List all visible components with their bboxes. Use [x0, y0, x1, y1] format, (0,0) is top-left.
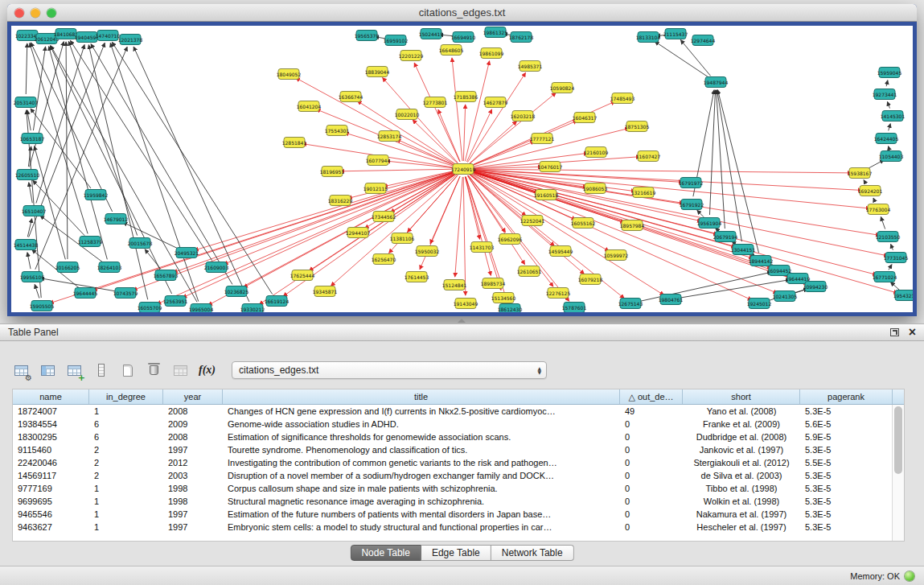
function-builder-button[interactable]: f(x) [195, 360, 219, 381]
delete-columns-button[interactable] [89, 360, 113, 381]
splitter-handle[interactable] [452, 317, 471, 323]
graph-node[interactable]: 16619124 [265, 296, 290, 307]
graph-node[interactable]: 16924201 [858, 186, 883, 196]
graph-node[interactable]: 18612430 [498, 304, 523, 313]
table-row[interactable]: 1830029562008Estimation of significance … [13, 431, 904, 443]
minimize-window-button[interactable] [31, 8, 40, 18]
column-header-year[interactable]: year [163, 389, 223, 404]
graph-node[interactable]: 12773801 [423, 97, 448, 108]
graph-node[interactable]: 12021378 [118, 35, 143, 45]
graph-node[interactable]: 12276125 [546, 288, 571, 299]
graph-node[interactable]: 17625444 [290, 270, 315, 281]
table-mode-button[interactable]: ⚙ [10, 360, 33, 381]
column-header-title[interactable]: title [223, 389, 620, 404]
graph-node[interactable]: 18957984 [620, 220, 645, 231]
column-header-in_degree[interactable]: in_degree [89, 389, 163, 404]
table-row[interactable]: 969969511998Structural magnetic resonanc… [13, 495, 904, 508]
column-header-pagerank[interactable]: pagerank [800, 389, 893, 404]
graph-node[interactable]: 12103550 [876, 232, 901, 242]
table-row[interactable]: 1872400712008Changes of HCN gene express… [13, 405, 904, 418]
graph-node[interactable]: 10590824 [550, 83, 575, 93]
graph-node[interactable]: 20166205 [55, 262, 80, 273]
graph-node[interactable]: 16771024 [873, 272, 897, 282]
graph-node[interactable]: 16424405 [874, 134, 899, 144]
graph-node[interactable]: 18839044 [365, 67, 390, 77]
graph-node[interactable]: 16055709 [138, 303, 162, 313]
graph-node[interactable]: 11959842 [84, 190, 109, 200]
graph-node[interactable]: 15959045 [877, 68, 902, 78]
tab-edge-table[interactable]: Edge Table [421, 545, 491, 561]
graph-node[interactable]: 21115437 [663, 29, 688, 39]
column-header-out_de[interactable]: △ out_de… [620, 389, 683, 404]
graph-node[interactable]: 14627879 [483, 97, 508, 108]
graph-node[interactable]: 15787601 [562, 303, 587, 313]
graph-node[interactable]: 15905505 [30, 301, 55, 311]
graph-node[interactable]: 19861099 [479, 48, 504, 59]
graph-node[interactable]: 12563951 [163, 296, 188, 307]
graph-node[interactable]: 19804761 [659, 295, 684, 305]
graph-node[interactable]: 14740710 [96, 31, 121, 41]
graph-node[interactable]: 20531407 [14, 97, 39, 108]
graph-node[interactable]: 15950032 [415, 246, 440, 257]
table-source-select[interactable]: citations_edges.txt ▲▼ [232, 361, 547, 379]
graph-node[interactable]: 11054403 [879, 151, 904, 162]
scrollbar-thumb[interactable] [894, 406, 902, 474]
graph-node[interactable]: 20495321 [175, 248, 199, 258]
graph-node[interactable]: 12851841 [282, 138, 307, 148]
graph-node[interactable]: 18264103 [97, 262, 122, 273]
graph-node[interactable]: 18751305 [625, 122, 650, 132]
graph-node[interactable]: 12605510 [15, 170, 40, 180]
graph-node[interactable]: 15938167 [848, 168, 873, 179]
graph-node[interactable]: 15134560 [491, 293, 516, 303]
table-row[interactable]: 1938455462009Genome-wide association stu… [13, 418, 904, 431]
zoom-window-button[interactable] [47, 8, 56, 18]
graph-node[interactable]: 13216619 [631, 187, 656, 198]
graph-node[interactable]: 10476017 [538, 162, 563, 172]
graph-node[interactable]: 18133104 [636, 32, 661, 43]
graph-node[interactable]: 12201229 [399, 51, 424, 61]
float-panel-icon[interactable] [890, 328, 899, 336]
graph-node[interactable]: 14595449 [548, 246, 573, 257]
graph-node[interactable]: 14679012 [104, 214, 129, 225]
table-row[interactable]: 911546021997Tourette syndrome. Phenomeno… [13, 443, 904, 456]
graph-node[interactable]: 20679194 [713, 232, 738, 242]
graph-node[interactable]: 13044151 [731, 245, 756, 255]
graph-node[interactable]: 19273441 [873, 89, 897, 100]
graph-node[interactable]: 15124841 [442, 280, 467, 290]
graph-node[interactable]: 16962096 [498, 234, 523, 245]
table-row[interactable]: 977716911998Corpus callosum shape and si… [13, 482, 904, 495]
graph-node[interactable]: 16203218 [511, 111, 536, 122]
graph-node[interactable]: 16791972 [679, 178, 704, 188]
graph-node[interactable]: 19561904 [697, 218, 722, 229]
graph-node[interactable]: 19861325 [483, 27, 508, 38]
graph-node[interactable]: 19330212 [240, 304, 265, 313]
graph-node[interactable]: 19956106 [20, 272, 45, 282]
graph-node[interactable]: 16077944 [366, 155, 391, 166]
graph-node[interactable]: 15024419 [419, 29, 444, 39]
graph-node[interactable]: 10653187 [20, 134, 45, 144]
select-columns-button[interactable] [36, 360, 60, 381]
graph-node[interactable]: 16079218 [578, 274, 603, 285]
graph-node[interactable]: 12160109 [584, 147, 609, 158]
graph-node[interactable]: 16567893 [154, 270, 179, 281]
graph-node[interactable]: 16648605 [439, 45, 464, 56]
graph-node[interactable]: 17240919 [451, 164, 476, 175]
new-row-button[interactable] [116, 360, 139, 381]
table-row[interactable]: 946362711997Embryonic stem cells: a mode… [13, 521, 904, 534]
graph-node[interactable]: 10241305 [773, 291, 798, 302]
graph-node[interactable]: 12252041 [520, 216, 545, 226]
graph-node[interactable]: 14145301 [881, 111, 906, 122]
graph-node[interactable]: 18944142 [749, 256, 774, 266]
graph-node[interactable]: 18316229 [328, 196, 353, 206]
graph-node[interactable]: 18762178 [509, 32, 534, 43]
graph-node[interactable]: 10994230 [803, 282, 828, 292]
graph-node[interactable]: 14985371 [518, 61, 543, 72]
graph-node[interactable]: 12974644 [691, 35, 716, 46]
tab-network-table[interactable]: Network Table [491, 545, 574, 561]
graph-node[interactable]: 19086053 [583, 183, 608, 194]
graph-node[interactable]: 21609003 [204, 262, 229, 273]
graph-node[interactable]: 19565370 [355, 31, 380, 41]
graph-node[interactable]: 17614453 [405, 272, 429, 282]
graph-node[interactable]: 14514438 [14, 240, 39, 250]
graph-node[interactable]: 18049052 [277, 69, 302, 80]
